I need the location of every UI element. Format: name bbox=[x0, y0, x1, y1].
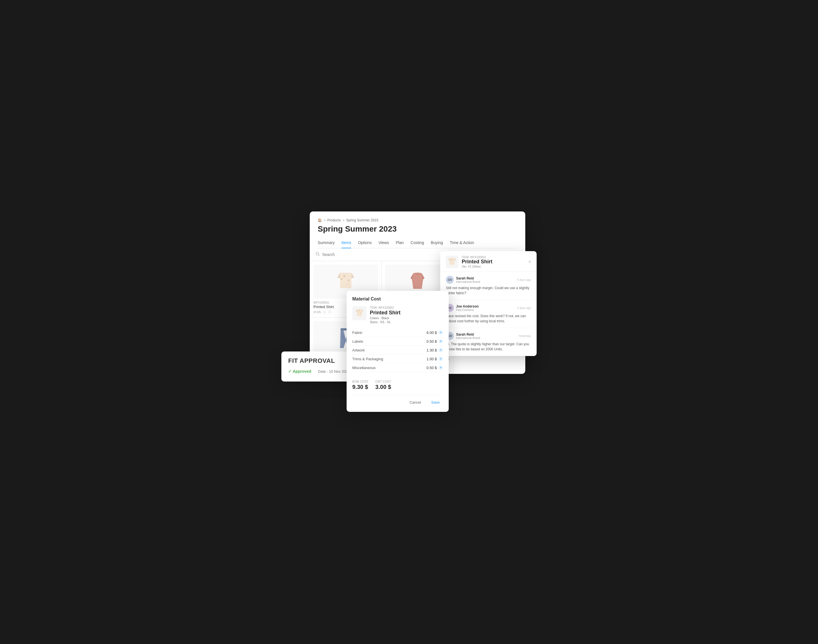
comments-item-info: ITEM- WFX100001 Printed Shirt Ver. #1 (N… bbox=[462, 256, 492, 268]
modal-title: Material Cost bbox=[352, 296, 443, 302]
comment-username: Sarah Reid bbox=[456, 333, 480, 336]
cost-add-btn[interactable]: + bbox=[438, 339, 443, 343]
bom-cost-label: BOM COST bbox=[352, 380, 369, 383]
svg-point-30 bbox=[359, 310, 360, 311]
svg-point-10 bbox=[323, 311, 326, 313]
cmt-cost-block: CMT COST 3.00 $ bbox=[375, 380, 391, 390]
tab-options[interactable]: Options bbox=[358, 238, 372, 248]
cmt-cost-value: 3.00 $ bbox=[375, 384, 391, 390]
comments-item-thumb bbox=[446, 256, 458, 268]
svg-point-31 bbox=[360, 312, 361, 313]
modal-item-ref: ITEM- WFX100001 bbox=[370, 306, 400, 309]
svg-point-7 bbox=[348, 279, 349, 281]
comment-time: 3 days ago bbox=[517, 307, 531, 310]
svg-point-6 bbox=[343, 275, 346, 277]
breadcrumb-products[interactable]: Products bbox=[328, 218, 341, 222]
comment-entry: SR Sarah Reid International Brand Yester… bbox=[440, 328, 537, 356]
comment-time: 5 days ago bbox=[517, 278, 531, 281]
comment-company: International Brand bbox=[456, 280, 480, 284]
item-flag-icon[interactable] bbox=[328, 311, 331, 314]
avatar: SR bbox=[446, 276, 454, 284]
cost-row-label: Trims & Packaging bbox=[352, 357, 383, 361]
modal-item-info: ITEM- WFX100001 Printed Shirt Colors : B… bbox=[370, 306, 400, 324]
cost-totals: BOM COST 9.30 $ CMT COST 3.00 $ bbox=[352, 377, 443, 390]
cost-row-label: Artwork bbox=[352, 348, 365, 352]
cost-row-value: 1.00 $ + bbox=[427, 357, 443, 361]
comments-item-version: Ver. #1 (New) bbox=[462, 265, 492, 268]
cost-row-artwork: Artwork 1.30 $ + bbox=[352, 346, 443, 354]
svg-point-5 bbox=[341, 278, 342, 280]
approved-label: Approved bbox=[293, 369, 311, 374]
search-icon bbox=[315, 252, 320, 258]
tab-time-action[interactable]: Time & Action bbox=[450, 238, 474, 248]
material-cost-modal: Material Cost ITEM- WFX100001 Printed Sh… bbox=[347, 291, 449, 412]
bom-cost-block: BOM COST 9.30 $ bbox=[352, 380, 369, 390]
modal-item-sizes: Sizes : XS - XL bbox=[370, 320, 400, 324]
fit-approval-title: FIT APPROVAL bbox=[288, 357, 354, 365]
cost-add-btn[interactable]: + bbox=[438, 330, 443, 335]
svg-point-29 bbox=[357, 311, 358, 313]
comments-item-name: Printed Shirt bbox=[462, 259, 492, 265]
comment-user-info: Sarah Reid International Brand bbox=[456, 276, 480, 284]
modal-item-name: Printed Shirt bbox=[370, 310, 400, 316]
tab-plan[interactable]: Plan bbox=[396, 238, 404, 248]
comment-company: Fast Fashions bbox=[456, 308, 479, 311]
tab-summary[interactable]: Summary bbox=[318, 238, 335, 248]
approved-date: Date : 10 Nov 2021 bbox=[318, 370, 350, 374]
scene: 🏠 > Products > Spring Summer 2023 Spring… bbox=[281, 212, 537, 432]
cost-row-labels: Labels 0.50 $ + bbox=[352, 337, 443, 346]
svg-marker-34 bbox=[455, 258, 456, 261]
comment-entry: SR Sarah Reid International Brand 5 days… bbox=[440, 272, 537, 300]
svg-point-36 bbox=[452, 259, 453, 260]
bom-cost-value: 9.30 $ bbox=[352, 384, 369, 390]
cost-row-value: 1.30 $ + bbox=[427, 348, 443, 352]
comment-user-info: Joe Anderson Fast Fashions bbox=[456, 304, 479, 311]
comment-text: Have revised the cost. Does this work? I… bbox=[446, 313, 531, 324]
item-comment-icon[interactable] bbox=[323, 311, 326, 314]
cost-row-label: Labels bbox=[352, 339, 363, 343]
comments-panel: ITEM- WFX100001 Printed Shirt Ver. #1 (N… bbox=[440, 251, 537, 356]
cost-add-btn[interactable]: + bbox=[438, 365, 443, 370]
cost-row-value: 0.50 $ + bbox=[427, 339, 443, 343]
cmt-cost-label: CMT COST bbox=[375, 380, 391, 383]
item-id: WFX100001 bbox=[314, 301, 329, 304]
tab-items[interactable]: Items bbox=[341, 238, 351, 248]
modal-item-header: ITEM- WFX100001 Printed Shirt Colors : B… bbox=[352, 306, 443, 324]
check-icon: ✓ bbox=[288, 369, 292, 374]
comment-text: Hi, The quote is slightly higher than ou… bbox=[446, 342, 531, 352]
main-window-header: 🏠 > Products > Spring Summer 2023 Spring… bbox=[310, 212, 525, 248]
svg-point-35 bbox=[450, 260, 451, 261]
cost-add-btn[interactable]: + bbox=[438, 357, 443, 361]
svg-rect-2 bbox=[340, 273, 351, 288]
save-button[interactable]: Save bbox=[428, 399, 443, 406]
cost-row-label: Fabric bbox=[352, 331, 363, 335]
item-likes[interactable]: 5/5 bbox=[314, 311, 321, 314]
cost-add-btn[interactable]: + bbox=[438, 348, 443, 352]
comment-user-row: SR Sarah Reid International Brand 5 days… bbox=[446, 276, 531, 284]
comment-username: Joe Anderson bbox=[456, 304, 479, 308]
comment-company: International Brand bbox=[456, 336, 480, 340]
cost-row-value: 6.00 $ + bbox=[427, 330, 443, 335]
tab-costing[interactable]: Costing bbox=[411, 238, 424, 248]
tab-views[interactable]: Views bbox=[378, 238, 389, 248]
cost-row-label: Miscellaneous bbox=[352, 366, 375, 370]
svg-marker-4 bbox=[351, 273, 354, 278]
comment-user-info: Sarah Reid International Brand bbox=[456, 333, 480, 340]
breadcrumb-home[interactable]: 🏠 bbox=[318, 218, 322, 222]
close-button[interactable]: × bbox=[528, 259, 531, 264]
cost-row-misc: Miscellaneous 0.50 $ + bbox=[352, 363, 443, 372]
svg-rect-9 bbox=[314, 311, 316, 313]
svg-line-1 bbox=[318, 255, 319, 256]
tab-buying[interactable]: Buying bbox=[431, 238, 443, 248]
fit-approval-status: ✓ Approved Date : 10 Nov 2021 bbox=[288, 369, 354, 374]
svg-rect-11 bbox=[329, 311, 331, 313]
svg-marker-3 bbox=[337, 273, 340, 278]
page-title: Spring Summer 2023 bbox=[318, 224, 517, 233]
svg-marker-27 bbox=[356, 309, 357, 312]
modal-item-thumb bbox=[352, 306, 366, 320]
cancel-button[interactable]: Cancel bbox=[406, 399, 424, 406]
approved-badge: ✓ Approved bbox=[288, 369, 311, 374]
cost-row-value: 0.50 $ + bbox=[427, 365, 443, 370]
comments-header: ITEM- WFX100001 Printed Shirt Ver. #1 (N… bbox=[440, 251, 537, 272]
cost-row-fabric: Fabric 6.00 $ + bbox=[352, 328, 443, 337]
